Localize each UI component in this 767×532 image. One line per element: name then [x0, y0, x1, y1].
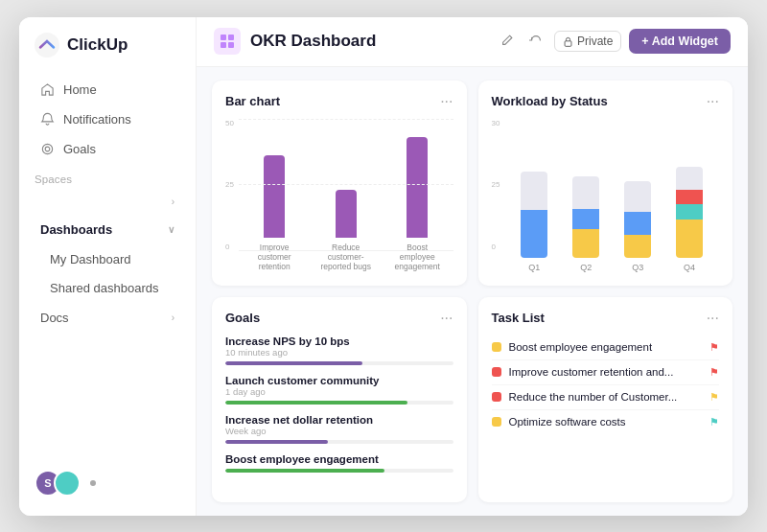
bell-icon	[40, 112, 55, 127]
dashboards-submenu: My Dashboard Shared dashboards	[19, 244, 196, 303]
goal-progress-fill-1	[225, 401, 407, 405]
svg-point-0	[35, 33, 59, 58]
goal-name-0: Increase NPS by 10 bps	[225, 335, 453, 347]
sidebar-item-spaces[interactable]: ›	[25, 190, 190, 214]
task-list-title: Task List	[492, 311, 545, 325]
workload-widget: Workload by Status ··· 0 25 30	[478, 81, 733, 286]
goal-progress-bg-0	[225, 361, 453, 365]
q2-label: Q2	[580, 263, 592, 272]
task-item-1[interactable]: Improve customer retention and... ⚑	[492, 360, 720, 385]
task-flag-0: ⚑	[709, 341, 719, 354]
private-badge[interactable]: Private	[554, 31, 621, 52]
task-flag-2: ⚑	[709, 391, 719, 404]
bar-label-1: Reduce customer-reported bugs	[319, 243, 372, 272]
refresh-button[interactable]	[525, 30, 546, 54]
bar-group-0: Improve customer retention	[246, 155, 303, 272]
q4-teal-segment	[676, 204, 703, 219]
goal-name-2: Increase net dollar retention	[225, 414, 453, 426]
refresh-icon	[529, 34, 543, 47]
sidebar-item-dashboards[interactable]: Dashboards ∨	[25, 216, 190, 243]
goal-progress-bg-1	[225, 401, 453, 405]
workload-y-labels: 0 25 30	[492, 119, 505, 272]
bar-2	[407, 137, 428, 238]
goal-time-0: 10 minutes ago	[225, 347, 453, 358]
task-item-3[interactable]: Optimize software costs ⚑	[492, 410, 720, 434]
y-axis-labels: 0 25 50	[225, 119, 239, 272]
topbar-actions: Private + Add Widget	[497, 29, 731, 54]
goals-label: Goals	[63, 142, 96, 156]
task-name-1: Improve customer retention and...	[509, 366, 674, 378]
logo-area: ClickUp	[19, 33, 196, 75]
q2-yellow-segment	[572, 229, 599, 258]
goals-header: Goals ···	[225, 311, 453, 326]
sidebar-item-notifications[interactable]: Notifications	[25, 105, 190, 133]
edit-button[interactable]	[497, 30, 518, 54]
q3-bar	[624, 181, 651, 258]
svg-point-2	[45, 147, 50, 151]
bars-container: Improve customer retention Reduce custom…	[239, 119, 453, 272]
sidebar-item-shared-dashboards[interactable]: Shared dashboards	[35, 274, 190, 302]
chevron-down-icon: ∨	[168, 224, 174, 235]
q3-yellow-segment	[624, 235, 651, 258]
svg-rect-6	[228, 42, 234, 48]
bar-chart-title: Bar chart	[225, 94, 280, 108]
sidebar-item-my-dashboard[interactable]: My Dashboard	[35, 245, 190, 273]
main-content: OKR Dashboard Privat	[197, 17, 748, 516]
avatar-user2[interactable]	[54, 470, 81, 497]
goal-item-1: Launch customer community 1 day ago	[225, 375, 453, 405]
docs-label: Docs	[40, 311, 69, 325]
svg-rect-4	[228, 35, 234, 40]
task-list-header: Task List ···	[492, 311, 720, 326]
q3-gray-segment	[624, 181, 651, 212]
app-window: ClickUp Home Notifications Goals Spaces	[19, 17, 748, 516]
goals-menu-button[interactable]: ···	[440, 311, 453, 326]
stacked-group-q1: Q1	[514, 172, 554, 272]
stacked-group-q4: Q4	[669, 167, 709, 272]
dashboard-icon-box	[214, 28, 241, 55]
task-item-0[interactable]: Boost employee engagement ⚑	[492, 335, 720, 360]
task-list-menu-button[interactable]: ···	[707, 311, 719, 326]
q3-label: Q3	[632, 263, 643, 272]
goal-item-2: Increase net dollar retention Week ago	[225, 414, 453, 444]
task-dot-2	[492, 392, 501, 402]
sidebar-item-docs[interactable]: Docs ›	[25, 304, 190, 332]
spaces-section-label: Spaces	[19, 164, 196, 189]
bar-0	[264, 155, 285, 238]
docs-chevron-icon: ›	[172, 312, 174, 323]
bar-label-2: Boost employee engagement	[391, 243, 444, 272]
topbar-title: OKR Dashboard	[250, 32, 376, 51]
q2-bar	[572, 176, 599, 258]
q1-label: Q1	[528, 263, 540, 272]
goal-name-1: Launch customer community	[225, 375, 453, 386]
target-icon	[40, 142, 55, 156]
goal-progress-fill-3	[225, 469, 384, 473]
bar-chart-header: Bar chart ···	[225, 94, 453, 109]
task-item-2[interactable]: Reduce the number of Customer... ⚑	[492, 385, 720, 410]
sidebar-item-goals[interactable]: Goals	[25, 135, 190, 163]
private-label: Private	[577, 35, 613, 48]
bar-chart-menu-button[interactable]: ···	[440, 94, 453, 109]
q4-bar	[676, 167, 703, 258]
svg-point-1	[42, 144, 52, 153]
q4-red-segment	[676, 190, 703, 204]
bar-label-0: Improve customer retention	[248, 243, 301, 272]
q1-gray-segment	[521, 172, 547, 211]
shared-dashboards-label: Shared dashboards	[50, 281, 158, 295]
lock-icon	[563, 36, 573, 47]
dashboard-grid: Bar chart ··· 0 25 50	[197, 67, 748, 516]
workload-menu-button[interactable]: ···	[707, 94, 719, 109]
stacked-group-q2: Q2	[566, 176, 606, 272]
chevron-right-icon: ›	[172, 197, 174, 207]
sidebar: ClickUp Home Notifications Goals Spaces	[19, 17, 197, 516]
add-widget-button[interactable]: + Add Widget	[629, 29, 731, 54]
edit-icon	[500, 34, 514, 47]
q1-blue-segment	[521, 210, 547, 258]
q2-gray-segment	[572, 176, 599, 209]
workload-content: 0 25 30 Q1	[492, 119, 720, 272]
topbar: OKR Dashboard Privat	[197, 17, 748, 67]
svg-rect-7	[565, 40, 571, 46]
task-flag-1: ⚑	[709, 366, 719, 379]
home-label: Home	[63, 82, 97, 97]
sidebar-item-home[interactable]: Home	[25, 76, 190, 104]
goal-progress-bg-2	[225, 440, 453, 444]
